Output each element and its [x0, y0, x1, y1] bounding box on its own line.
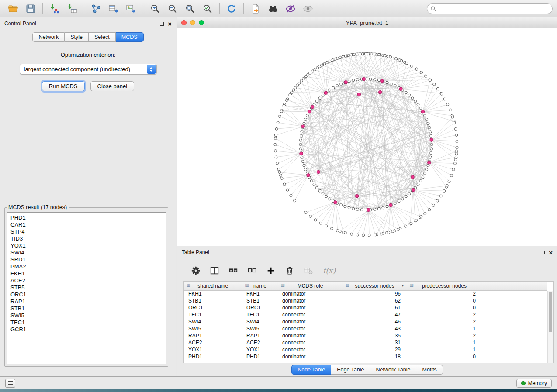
column-header-predecessor-nodes[interactable]: ▦predecessor nodes — [407, 282, 482, 290]
mcds-result-item[interactable]: TID3 — [10, 235, 162, 242]
run-mcds-button[interactable]: Run MCDS — [42, 81, 85, 91]
open-session-button[interactable] — [4, 2, 22, 16]
table-row[interactable]: ACE2ACE2connector311 — [184, 339, 547, 346]
column-header-shared-name[interactable]: ▦shared name — [184, 282, 242, 290]
mcds-result-item[interactable]: ACE2 — [10, 277, 162, 284]
save-session-button[interactable] — [22, 2, 39, 16]
mcds-result-item[interactable]: FKH1 — [10, 270, 162, 277]
table-grid-icon: ▦ — [245, 283, 249, 288]
control-tabs: NetworkStyleSelectMCDS — [0, 32, 176, 42]
tab-network[interactable]: Network — [32, 32, 65, 42]
table-grid-icon: ▦ — [187, 283, 190, 288]
table-options-button[interactable] — [190, 265, 202, 276]
mcds-result-item[interactable]: STB1 — [10, 305, 162, 312]
tab-network-table[interactable]: Network Table — [370, 365, 417, 375]
delete-column-button[interactable] — [284, 265, 296, 276]
zoom-in-button[interactable] — [146, 2, 164, 16]
table-scrollbar-thumb[interactable] — [549, 292, 552, 332]
criterion-dropdown[interactable]: largest connected component (undirected) — [20, 64, 157, 75]
mcds-result-item[interactable]: YOX1 — [10, 242, 162, 249]
clear-table-button[interactable] — [302, 265, 315, 276]
function-builder-button[interactable]: f(x) — [323, 266, 336, 275]
mcds-result-item[interactable]: CAR1 — [10, 221, 162, 228]
network-window-titlebar[interactable]: YPA_prune.txt_1 — [177, 17, 557, 28]
mcds-result-item[interactable]: SRD1 — [10, 256, 162, 263]
close-panel-button[interactable]: Close panel — [90, 81, 135, 91]
mcds-result-item[interactable]: PMA2 — [10, 263, 162, 270]
export-image-button[interactable] — [122, 2, 140, 16]
add-column-button[interactable] — [265, 265, 277, 276]
table-row[interactable]: SWI5SWI5connector431 — [184, 325, 547, 332]
import-table-button[interactable] — [63, 2, 81, 16]
import-network-icon — [49, 3, 60, 14]
new-network-button[interactable] — [87, 2, 105, 16]
tab-select[interactable]: Select — [89, 32, 116, 42]
tab-style[interactable]: Style — [65, 32, 89, 42]
mcds-result-item[interactable]: STP4 — [10, 228, 162, 235]
columns-icon — [210, 266, 219, 275]
table-row[interactable]: TEC1TEC1connector472 — [184, 311, 547, 318]
toolbar-separator — [243, 3, 244, 14]
search-network-button[interactable] — [264, 2, 282, 16]
export-document-button[interactable] — [247, 2, 264, 16]
hide-selected-button[interactable] — [282, 2, 299, 16]
refresh-button[interactable] — [223, 2, 240, 16]
show-panels-button[interactable] — [5, 379, 15, 388]
mcds-result-item[interactable]: RAP1 — [10, 298, 162, 305]
deselect-all-icon — [247, 266, 257, 275]
gear-icon — [191, 266, 201, 275]
table-toolbar: f(x) — [177, 258, 557, 278]
table-row[interactable]: STB1STB1dominator620 — [184, 297, 547, 304]
mcds-result-list[interactable]: PHD1CAR1STP4TID3YOX1SWI4SRD1PMA2FKH1ACE2… — [7, 212, 166, 364]
select-all-button[interactable] — [227, 265, 239, 276]
mcds-result-item[interactable]: TEC1 — [10, 319, 162, 326]
memory-button[interactable]: Memory — [516, 379, 552, 388]
zoom-selected-button[interactable] — [199, 2, 216, 16]
deselect-all-button[interactable] — [246, 265, 258, 276]
minimize-window-icon[interactable] — [190, 20, 195, 25]
search-icon — [430, 6, 436, 12]
column-header-MCDS-role[interactable]: ▦MCDS role — [278, 282, 343, 290]
table-row[interactable]: PHD1PHD1dominator180 — [184, 353, 547, 360]
control-panel-title: Control Panel — [4, 21, 36, 27]
zoom-out-button[interactable] — [164, 2, 181, 16]
tab-mcds[interactable]: MCDS — [116, 32, 144, 42]
plus-icon — [266, 266, 276, 275]
mcds-result-item[interactable]: STB5 — [10, 284, 162, 291]
node-table-body: FKH1FKH1dominator962STB1STB1dominator620… — [184, 290, 547, 360]
column-header-successor-nodes[interactable]: ▦successor nodes▾ — [343, 282, 407, 290]
tab-edge-table[interactable]: Edge Table — [331, 365, 370, 375]
refresh-icon — [226, 3, 237, 14]
mcds-result-item[interactable]: SWI5 — [10, 312, 162, 319]
table-row[interactable]: YOX1YOX1connector291 — [184, 346, 547, 353]
import-network-button[interactable] — [46, 2, 63, 16]
maximize-window-icon[interactable] — [199, 20, 204, 25]
close-window-icon[interactable] — [181, 20, 187, 25]
mcds-result-item[interactable]: GCR1 — [10, 326, 162, 333]
network-canvas[interactable] — [177, 28, 557, 245]
tab-motifs[interactable]: Motifs — [416, 365, 443, 375]
float-panel-icon[interactable] — [541, 251, 545, 254]
search-input[interactable] — [427, 3, 553, 14]
mcds-result-item[interactable]: SWI4 — [10, 249, 162, 256]
export-table-button[interactable] — [105, 2, 122, 16]
show-all-button[interactable] — [299, 2, 317, 16]
close-panel-icon[interactable]: × — [549, 251, 553, 254]
mcds-result-item[interactable]: ORC1 — [10, 291, 162, 298]
table-row[interactable]: RAP1RAP1dominator352 — [184, 332, 547, 339]
select-all-icon — [228, 266, 238, 275]
mcds-result-group: MCDS result (17 nodes) PHD1CAR1STP4TID3Y… — [4, 204, 168, 367]
column-header-name[interactable]: ▦name — [242, 282, 278, 290]
table-row[interactable]: FKH1FKH1dominator962 — [184, 290, 547, 297]
close-panel-icon[interactable]: × — [168, 22, 172, 26]
show-columns-button[interactable] — [208, 265, 221, 276]
tab-node-table[interactable]: Node Table — [291, 365, 331, 375]
mcds-result-item[interactable]: PHD1 — [10, 214, 162, 221]
float-panel-icon[interactable] — [160, 22, 164, 26]
table-row[interactable]: ORC1ORC1dominator610 — [184, 304, 547, 311]
table-row[interactable]: SWI4SWI4dominator462 — [184, 318, 547, 325]
table-scrollbar[interactable] — [547, 291, 553, 363]
table-panel: Table Panel × — [177, 246, 557, 376]
zoom-fit-button[interactable] — [181, 2, 199, 16]
table-tabs: Node TableEdge TableNetwork TableMotifs — [177, 365, 557, 375]
